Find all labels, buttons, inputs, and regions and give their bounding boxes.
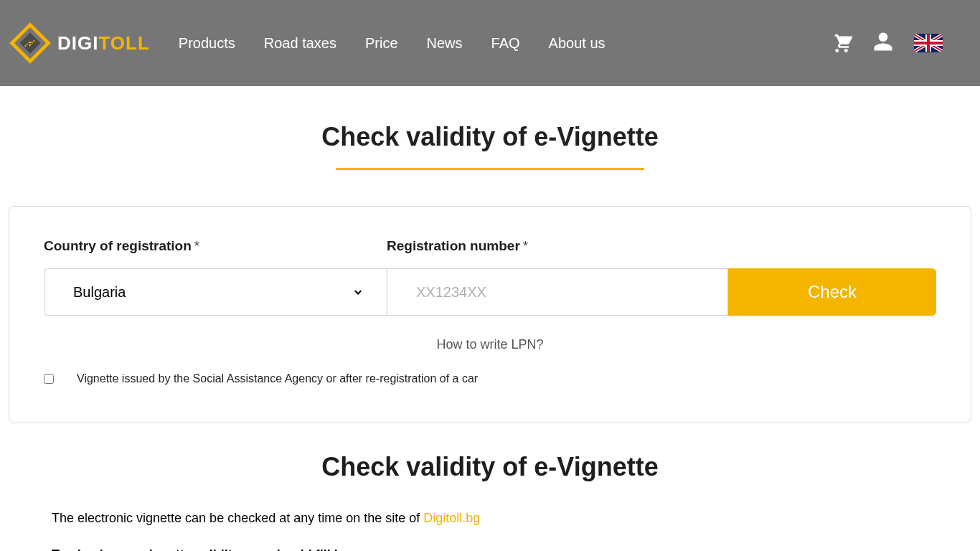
page-title: Check validity of e-Vignette (9, 122, 971, 152)
social-assistance-checkbox[interactable] (44, 374, 54, 384)
logo[interactable]: DIGITOLL (9, 22, 150, 65)
nav-products[interactable]: Products (179, 35, 235, 52)
primary-nav: Products Road taxes Price News FAQ About… (179, 35, 831, 52)
logo-text: DIGITOLL (57, 32, 150, 55)
nav-news[interactable]: News (427, 35, 463, 52)
lpn-help-link[interactable]: How to write LPN? (44, 337, 936, 352)
logo-icon (9, 22, 52, 65)
account-icon[interactable] (872, 31, 894, 55)
nav-about[interactable]: About us (549, 35, 606, 52)
info-title: Check validity of e-Vignette (52, 452, 928, 482)
country-label: Country of registration* (44, 238, 387, 254)
header-actions (831, 31, 943, 55)
nav-faq[interactable]: FAQ (491, 35, 520, 52)
nav-price[interactable]: Price (365, 35, 398, 52)
main-content: Check validity of e-Vignette Country of … (0, 86, 980, 551)
digitoll-link[interactable]: Digitoll.bg (423, 511, 480, 525)
country-field: Country of registration* Bulgaria (44, 238, 387, 316)
registration-field: Registration number* Check (387, 238, 936, 316)
check-form-card: Country of registration* Bulgaria Regist… (9, 206, 971, 423)
site-header: DIGITOLL Products Road taxes Price News … (0, 0, 980, 86)
chevron-down-icon (351, 285, 365, 299)
info-intro: The electronic vignette can be checked a… (52, 511, 928, 526)
check-button[interactable]: Check (728, 268, 936, 316)
info-section: Check validity of e-Vignette The electro… (9, 423, 971, 551)
nav-roadtaxes[interactable]: Road taxes (264, 35, 336, 52)
registration-input[interactable] (387, 268, 728, 316)
social-assistance-row[interactable]: Vignette issued by the Social Assistance… (44, 372, 936, 385)
cart-icon[interactable] (831, 31, 852, 55)
registration-label: Registration number* (387, 238, 936, 254)
social-assistance-label: Vignette issued by the Social Assistance… (77, 372, 478, 385)
country-selected-value: Bulgaria (73, 284, 126, 301)
instructions-heading: To check your vignette validity you shou… (52, 547, 928, 551)
country-select[interactable]: Bulgaria (44, 268, 387, 316)
form-row: Country of registration* Bulgaria Regist… (44, 238, 936, 316)
title-underline (336, 168, 644, 170)
language-flag-icon[interactable] (914, 34, 943, 52)
